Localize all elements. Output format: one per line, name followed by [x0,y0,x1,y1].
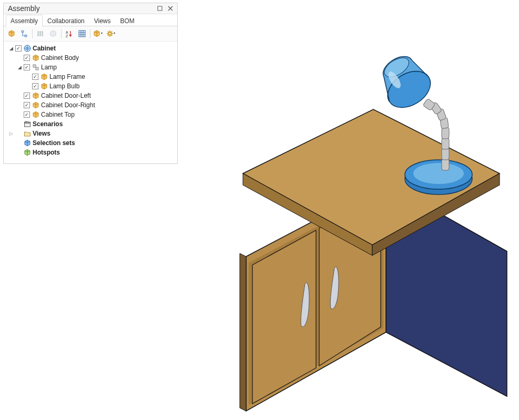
expander-icon[interactable]: ◢ [8,45,14,52]
assembly-icon [32,63,40,71]
tree-node-selection-sets[interactable]: ▶ ✓ Selection sets [5,138,176,148]
svg-point-25 [25,35,27,37]
tree-label: Cabinet Door-Left [41,92,91,99]
svg-point-10 [405,160,472,189]
toolbar-btn-grid[interactable] [76,28,88,39]
svg-marker-0 [386,183,507,396]
tab-bom[interactable]: BOM [116,15,139,26]
toolbar-btn-cube2[interactable] [47,28,59,39]
toolbar-separator [61,29,62,38]
tree-label: Cabinet Top [41,111,75,118]
svg-point-22 [386,69,403,90]
svg-rect-36 [36,67,38,70]
tree-node-views[interactable]: ▷ ✓ Views [5,129,176,138]
tree-label: Hotspots [33,149,60,156]
tree-node-lamp[interactable]: ◢ ✓ Lamp [5,63,176,72]
tab-views[interactable]: Views [89,15,116,26]
svg-rect-27 [39,31,41,36]
svg-rect-18 [430,102,442,115]
tree-node-hotspots[interactable]: ▶ ✓ Hotspots [5,148,176,157]
tree-label: Cabinet [33,45,56,52]
tree-label: Lamp Bulb [49,83,79,90]
tree-label: Views [33,130,50,137]
checkbox[interactable]: ✓ [24,102,30,108]
svg-text:Z: Z [66,34,68,38]
svg-point-9 [405,163,472,194]
checkbox[interactable]: ✓ [24,93,30,99]
svg-rect-19 [423,98,435,110]
svg-point-11 [413,163,464,184]
tree-node-door-right[interactable]: ▶ ✓ Cabinet Door-Right [5,100,176,110]
toolbar-btn-gear[interactable] [105,28,117,39]
checkbox[interactable]: ✓ [24,111,30,118]
part-icon [40,73,48,81]
svg-rect-12 [442,159,449,170]
cube-blue-icon [23,139,32,147]
panel-title: Assembly [8,4,153,13]
svg-rect-35 [33,65,36,67]
svg-rect-13 [442,148,449,160]
toolbar-btn-columns[interactable] [35,28,46,39]
svg-point-20 [381,64,437,115]
close-icon[interactable] [167,5,174,12]
svg-point-24 [22,30,24,33]
tree-node-cabinet-body[interactable]: ▶ ✓ Cabinet Body [5,53,176,63]
svg-point-21 [381,54,412,81]
checkbox[interactable]: ✓ [15,45,22,52]
svg-marker-6 [243,109,500,245]
svg-marker-2 [249,191,383,405]
svg-rect-17 [436,108,446,121]
part-icon [32,91,40,100]
tab-assembly[interactable]: Assembly [6,15,43,26]
toolbar-btn-cube-dropdown[interactable] [93,28,104,39]
toolbar-btn-tree[interactable] [18,28,30,39]
checkbox[interactable]: ✓ [32,74,38,80]
globe-icon [23,44,32,53]
checkbox[interactable]: ✓ [24,55,30,61]
part-icon [32,110,40,119]
svg-marker-7 [243,173,372,255]
expander-icon[interactable]: ▷ [8,130,14,137]
clapperboard-icon [23,120,32,128]
part-icon [32,54,40,62]
folder-icon [23,129,32,138]
toolbar: AZ [4,26,177,42]
svg-rect-37 [25,123,30,127]
tree-label: Selection sets [33,139,75,147]
assembly-panel: Assembly Assembly Collaboration Views BO… [3,3,178,164]
tab-collaboration[interactable]: Collaboration [43,15,89,26]
svg-rect-28 [42,31,43,36]
tree-label: Cabinet Door-Right [41,101,95,109]
toolbar-btn-cube[interactable] [6,28,17,39]
panel-header: Assembly [4,3,177,14]
svg-marker-8 [372,173,500,255]
svg-marker-4 [319,194,381,366]
tree-node-cabinet-top[interactable]: ▶ ✓ Cabinet Top [5,110,176,119]
checkbox[interactable]: ✓ [24,64,30,70]
svg-rect-23 [158,6,162,11]
tree-label: Lamp [41,64,57,71]
tree-label: Lamp Frame [49,73,85,80]
svg-rect-14 [442,138,449,149]
part-icon [40,82,48,90]
tree-node-cabinet[interactable]: ◢ ✓ Cabinet [5,44,176,53]
svg-rect-26 [37,31,39,36]
part-icon [32,101,40,109]
tree-node-lamp-frame[interactable]: ▶ ✓ Lamp Frame [5,72,176,81]
tree-node-scenarios[interactable]: ▶ ✓ Scenarios [5,119,176,129]
svg-rect-15 [442,127,449,139]
tree-label: Scenarios [33,120,63,128]
assembly-tree: ◢ ✓ Cabinet ▶ ✓ Cabinet Body ◢ ✓ Lamp ▶ [4,42,177,163]
cube-green-icon [23,148,32,157]
expander-icon[interactable]: ◢ [16,64,23,70]
checkbox[interactable]: ✓ [32,83,38,89]
svg-point-33 [109,33,110,34]
tree-node-lamp-bulb[interactable]: ▶ ✓ Lamp Bulb [5,81,176,91]
tab-bar: Assembly Collaboration Views BOM [4,14,177,26]
svg-marker-1 [246,183,386,411]
tree-label: Cabinet Body [41,54,79,62]
toolbar-btn-sort[interactable]: AZ [64,28,75,39]
svg-rect-16 [440,117,449,129]
tree-node-door-left[interactable]: ▶ ✓ Cabinet Door-Left [5,91,176,100]
maximize-icon[interactable] [156,5,164,12]
